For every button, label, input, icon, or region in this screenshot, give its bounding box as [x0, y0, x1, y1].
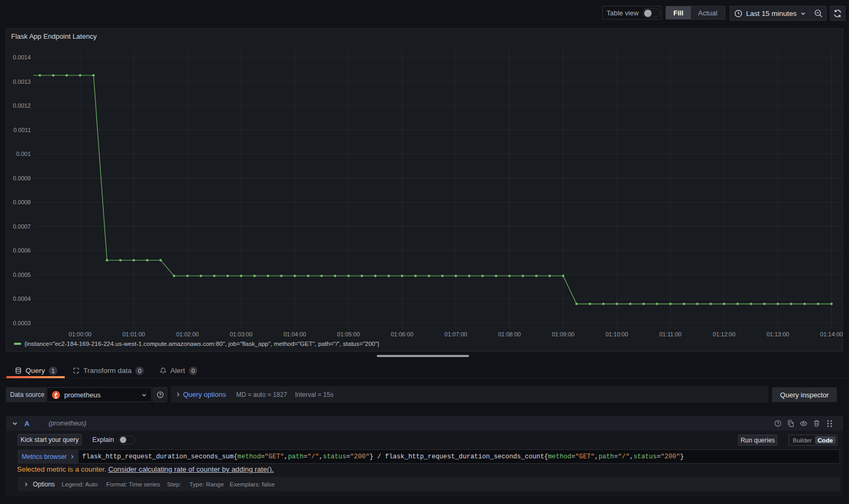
svg-text:0.0013: 0.0013 [13, 79, 31, 85]
svg-text:01:04:00: 01:04:00 [283, 331, 306, 337]
svg-text:0.0008: 0.0008 [13, 199, 31, 205]
svg-text:01:09:00: 01:09:00 [552, 331, 575, 337]
svg-text:01:00:00: 01:00:00 [69, 331, 92, 337]
svg-text:01:03:00: 01:03:00 [230, 331, 253, 337]
svg-text:01:06:00: 01:06:00 [391, 331, 413, 337]
svg-text:01:13:00: 01:13:00 [766, 331, 789, 337]
svg-text:0.0007: 0.0007 [13, 223, 31, 230]
svg-text:01:01:00: 01:01:00 [123, 331, 145, 337]
svg-text:01:08:00: 01:08:00 [498, 331, 521, 337]
svg-text:0.0006: 0.0006 [13, 247, 31, 254]
svg-text:0.0004: 0.0004 [13, 296, 31, 302]
svg-text:01:12:00: 01:12:00 [713, 331, 735, 337]
svg-text:01:10:00: 01:10:00 [605, 331, 628, 337]
svg-text:01:02:00: 01:02:00 [176, 331, 199, 337]
svg-text:0.001: 0.001 [16, 151, 31, 157]
svg-text:01:14:00: 01:14:00 [820, 331, 843, 337]
svg-text:01:07:00: 01:07:00 [445, 331, 467, 337]
svg-text:01:05:00: 01:05:00 [337, 331, 360, 337]
svg-text:0.0009: 0.0009 [13, 175, 31, 181]
svg-text:0.0005: 0.0005 [13, 272, 31, 278]
svg-text:01:11:00: 01:11:00 [659, 331, 681, 337]
svg-text:0.0012: 0.0012 [13, 102, 31, 109]
svg-text:0.0014: 0.0014 [13, 54, 31, 60]
svg-text:0.0011: 0.0011 [13, 127, 31, 133]
svg-text:0.0003: 0.0003 [13, 320, 31, 326]
